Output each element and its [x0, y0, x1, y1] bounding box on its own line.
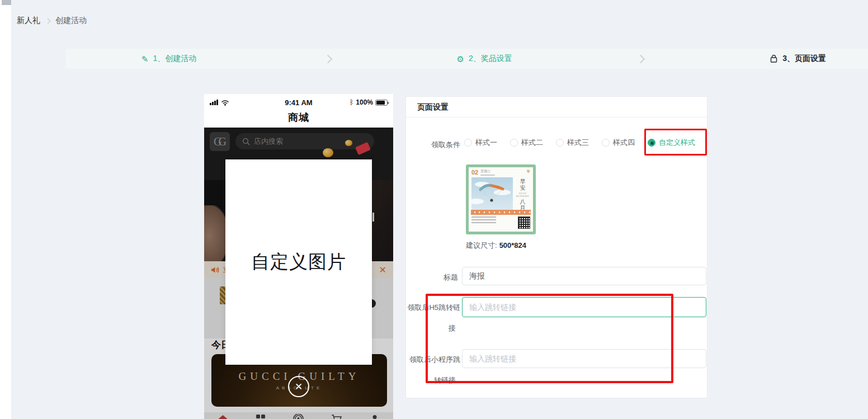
- poster-month: 八月: [520, 199, 526, 211]
- qr-code: [518, 216, 530, 229]
- step-label: 3、页面设置: [782, 54, 826, 64]
- poster-text-line: [480, 175, 495, 176]
- size-hint-value: 500*824: [499, 241, 526, 249]
- radio-icon: [464, 139, 472, 147]
- custom-image-text: 自定义图片: [251, 249, 346, 275]
- radio-style-1[interactable]: 样式一: [464, 138, 497, 148]
- radio-icon: [556, 139, 564, 147]
- close-icon: ✕: [295, 381, 303, 393]
- poster-photo: [471, 177, 513, 213]
- miniprogram-link-input[interactable]: [462, 349, 706, 368]
- step-label: 2、奖品设置: [469, 54, 512, 64]
- poster-greeting: 早安: [520, 178, 526, 191]
- radio-icon: [602, 139, 610, 147]
- breadcrumb: 新人礼 创建活动: [17, 16, 87, 26]
- phone-preview: 9:41 AM ᛒ 100% 商城 GG 店内搜索 推荐 人气商 立 ✕: [204, 94, 393, 419]
- battery-icon: [375, 100, 388, 106]
- title-field-label: 标题: [406, 272, 458, 283]
- breadcrumb-parent[interactable]: 新人礼: [17, 16, 40, 26]
- phone-app-title: 商城: [204, 111, 393, 124]
- miniprogram-link-label-line1: 领取后小程序跳: [403, 355, 460, 365]
- bluetooth-icon: ᛒ: [350, 98, 353, 106]
- gear-icon: ⚙: [457, 55, 464, 63]
- radio-style-custom[interactable]: 自定义样式: [648, 138, 695, 148]
- page-left-gutter: [0, 0, 11, 419]
- step-create-activity[interactable]: ✎ 1、创建活动: [66, 54, 325, 64]
- miniprogram-link-label-line2: 转链接: [406, 375, 456, 385]
- bag-icon: [770, 55, 778, 63]
- step-wizard: ✎ 1、创建活动 ⚙ 2、奖品设置 3、页面设置: [66, 49, 868, 69]
- title-input[interactable]: [462, 267, 706, 285]
- scrollbar-corner: [2, 0, 11, 5]
- paraglider-graphic: [477, 182, 506, 204]
- radio-style-3[interactable]: 样式三: [556, 138, 589, 148]
- panel-title: 页面设置: [406, 97, 707, 117]
- breadcrumb-current: 创建活动: [55, 16, 87, 26]
- poster-weekday: 星期二: [480, 170, 490, 173]
- radio-style-4[interactable]: 样式四: [602, 138, 635, 148]
- poster-ribbon: [471, 210, 531, 215]
- size-hint: 建议尺寸:500*824: [466, 241, 526, 251]
- style-radio-group: 样式一 样式二 样式三 样式四 自定义样式: [464, 138, 695, 148]
- chevron-right-icon: [45, 18, 51, 24]
- step-label: 1、创建活动: [153, 54, 196, 64]
- custom-image-modal: 自定义图片: [225, 159, 372, 365]
- poster-thumbnail[interactable]: 02 星期二 ✾: [466, 164, 536, 234]
- radio-icon: [510, 139, 518, 147]
- pencil-icon: ✎: [141, 55, 149, 63]
- page-settings-panel: 页面设置 领取条件 样式一 样式二 样式三 样式四 自定义样式: [405, 96, 707, 398]
- poster-day: 02: [471, 170, 478, 175]
- battery-percent: 100%: [356, 98, 373, 106]
- h5-link-input[interactable]: [462, 297, 706, 317]
- step-page-settings[interactable]: 3、页面设置: [644, 54, 868, 64]
- phone-status-bar: 9:41 AM ᛒ 100%: [204, 94, 393, 109]
- h5-link-label-line1: 领取后H5跳转链: [403, 303, 460, 313]
- claim-condition-label: 领取条件: [406, 140, 460, 150]
- poster-ornament-icon: ✾: [526, 170, 530, 174]
- radio-style-2[interactable]: 样式二: [510, 138, 543, 148]
- poster-greeting-en: GOOD MORNING: [515, 192, 530, 197]
- step-prize-settings[interactable]: ⚙ 2、奖品设置: [331, 54, 638, 64]
- h5-link-label-line2: 接: [406, 323, 456, 333]
- modal-close-button[interactable]: ✕: [288, 376, 309, 397]
- radio-selected-icon: [648, 139, 655, 147]
